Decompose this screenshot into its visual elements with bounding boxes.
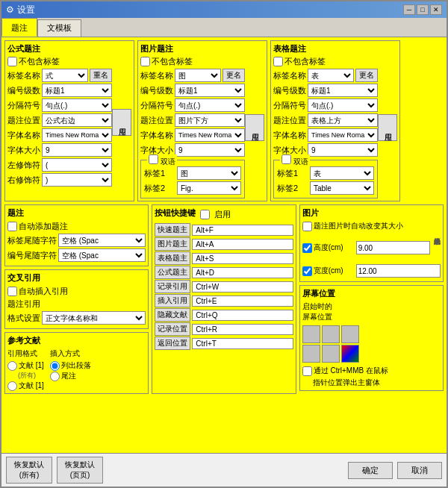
- image-tagname-select[interactable]: 图: [175, 69, 221, 82]
- screen-grid: [302, 325, 359, 363]
- shortcut-key-3: Alt+D: [192, 267, 293, 278]
- formula-size-row: 字体大小 9: [7, 143, 112, 157]
- image-label1-select[interactable]: 图: [177, 166, 241, 180]
- screen-cell-2[interactable]: [341, 325, 359, 343]
- formula-notag-checkbox[interactable]: [7, 57, 17, 66]
- image-notag-label: 不包含标签: [152, 56, 193, 67]
- ok-btn[interactable]: 确定: [348, 462, 393, 479]
- table-rename-btn[interactable]: 更名: [355, 69, 378, 82]
- restore-page-btn[interactable]: 恢复默认 (页页): [57, 457, 103, 484]
- ref-insert1-radio[interactable]: [50, 361, 60, 371]
- image-caption-section: 图片题注 不包含标签 标签名称 图 更名: [137, 40, 267, 201]
- window-title: 设置: [17, 4, 403, 16]
- ref-format1-radio[interactable]: [7, 361, 17, 371]
- image-rename-btn[interactable]: 更名: [223, 69, 245, 82]
- image-notag-checkbox[interactable]: [140, 57, 150, 66]
- screen-cell-3[interactable]: [302, 345, 320, 363]
- formula-form: 不包含标签 标签名称 式 重名 编号级数 标题1: [7, 56, 112, 188]
- table-label2-row: 标签2 Table: [277, 181, 374, 195]
- formula-leftmod-row: 左修饰符 (: [7, 158, 112, 172]
- formula-tagname-select[interactable]: 式: [42, 69, 88, 82]
- close-button[interactable]: ✕: [430, 4, 442, 15]
- ref-format2-radio[interactable]: [7, 381, 17, 391]
- formula-pos-row: 题注位置 公式右边: [7, 113, 112, 127]
- height-input[interactable]: [356, 241, 430, 254]
- num-suffix-label: 编号尾随字符: [7, 250, 57, 261]
- table-font-select[interactable]: Times New Roma: [308, 128, 378, 142]
- tab-zhuanzhu[interactable]: 题注: [1, 18, 37, 37]
- shortcut-row-0: 快速题主 Alt+F: [155, 223, 293, 237]
- table-sep-select[interactable]: 句点(.): [308, 98, 378, 112]
- auto-add-row: 自动添加题注: [7, 221, 146, 232]
- formula-font-select[interactable]: Times New Roma: [42, 128, 112, 142]
- image-size-select[interactable]: 9: [175, 143, 245, 157]
- table-label1-label: 标签1: [277, 168, 308, 179]
- image-bilang-title: 双语: [147, 154, 177, 167]
- image-pos-select[interactable]: 图片下方: [175, 113, 245, 127]
- ctrl-row: 通过 Ctrl+MMB 在鼠标: [302, 366, 441, 376]
- formula-rightmod-select[interactable]: ): [42, 173, 112, 187]
- shortcut-row-8: 返回位置 Ctrl+T: [155, 337, 293, 350]
- screen-cell-4[interactable]: [322, 345, 340, 363]
- ctrl-checkbox[interactable]: [302, 366, 312, 376]
- formula-apply-btn[interactable]: 应用: [112, 109, 131, 136]
- shortcut-key-6: Ctrl+Q: [192, 310, 293, 321]
- auto-resize-checkbox[interactable]: [302, 222, 312, 231]
- table-level-row: 编号级数 标题1: [273, 84, 378, 97]
- tab-wenmoban[interactable]: 文模板: [37, 19, 81, 37]
- restore-all-btn[interactable]: 恢复默认 (所有): [6, 457, 52, 484]
- shortcut-label-5: 插入引用: [155, 294, 190, 307]
- ref-format-group: 引用格式 文献 [1] (所有) 文献 [1]: [7, 348, 44, 391]
- screen-cell-0[interactable]: [302, 325, 320, 343]
- cancel-btn[interactable]: 取消: [397, 462, 442, 479]
- table-tagname-select[interactable]: 表: [308, 69, 354, 82]
- image-label2-select[interactable]: Fig.: [177, 181, 241, 195]
- formula-level-label: 编号级数: [7, 85, 40, 96]
- screen-cell-5[interactable]: [341, 345, 359, 363]
- image-level-select[interactable]: 标题1: [175, 84, 245, 97]
- formula-font-row: 字体名称 Times New Roma: [7, 128, 112, 142]
- image-font-select[interactable]: Times New Roma: [175, 128, 245, 142]
- table-level-select[interactable]: 标题1: [308, 84, 378, 97]
- formula-notag-label: 不包含标签: [19, 56, 60, 67]
- auto-add-checkbox[interactable]: [7, 222, 17, 231]
- formula-leftmod-select[interactable]: (: [42, 158, 112, 172]
- tag-suffix-select[interactable]: 空格 (Spac: [58, 234, 146, 247]
- shortcut-label-3: 公式题主: [155, 266, 190, 279]
- table-apply-btn[interactable]: 应用: [378, 114, 397, 141]
- maximize-button[interactable]: □: [417, 4, 429, 15]
- image-label2-label: 标签2: [144, 183, 175, 194]
- table-notag-checkbox[interactable]: [273, 57, 283, 66]
- image-note-label: 记录纸的原始大小: [433, 233, 441, 263]
- height-checkbox[interactable]: [302, 243, 312, 253]
- width-input[interactable]: [356, 264, 441, 278]
- table-form: 不包含标签 标签名称 表 更名 编号级数 标题1: [273, 56, 378, 198]
- image-apply-wrap: 不包含标签 标签名称 图 更名 编号级数 标题1: [140, 56, 264, 198]
- auto-cross-checkbox[interactable]: [7, 287, 17, 296]
- image-sep-select[interactable]: 句点(.): [175, 98, 245, 112]
- shortcuts-enable-checkbox[interactable]: [200, 210, 210, 219]
- cross-format-select[interactable]: 正文字体名称和: [42, 311, 146, 325]
- shortcut-key-1: Alt+A: [192, 239, 293, 250]
- table-label2-select[interactable]: Table: [310, 181, 374, 195]
- image-apply-btn[interactable]: 应用: [245, 114, 264, 141]
- table-size-select[interactable]: 9: [308, 143, 378, 157]
- cross-caption-label: 题注引用: [7, 298, 40, 310]
- width-checkbox[interactable]: [302, 266, 312, 276]
- formula-level-select[interactable]: 标题1: [42, 84, 112, 97]
- num-suffix-select[interactable]: 空格 (Spac: [58, 248, 146, 262]
- table-label1-select[interactable]: 表: [310, 166, 374, 180]
- minimize-button[interactable]: ─: [403, 4, 415, 15]
- cross-ref-section: 交叉引用 自动插入引用 题注引用 格式设置 正文字体名称和: [4, 269, 149, 329]
- formula-sep-select[interactable]: 句点(.): [42, 98, 112, 112]
- formula-size-select[interactable]: 9: [42, 143, 112, 157]
- ref-insert2-radio[interactable]: [50, 372, 60, 381]
- shortcut-label-4: 记录引用: [155, 280, 190, 293]
- image-bilang-checkbox[interactable]: [149, 154, 158, 164]
- image-pos-label: 题注位置: [140, 115, 173, 126]
- table-pos-select[interactable]: 表格上方: [308, 113, 378, 127]
- table-bilang-checkbox[interactable]: [281, 154, 291, 164]
- formula-rename-btn[interactable]: 重名: [90, 69, 112, 82]
- screen-cell-1[interactable]: [322, 325, 340, 343]
- formula-pos-select[interactable]: 公式右边: [42, 113, 112, 127]
